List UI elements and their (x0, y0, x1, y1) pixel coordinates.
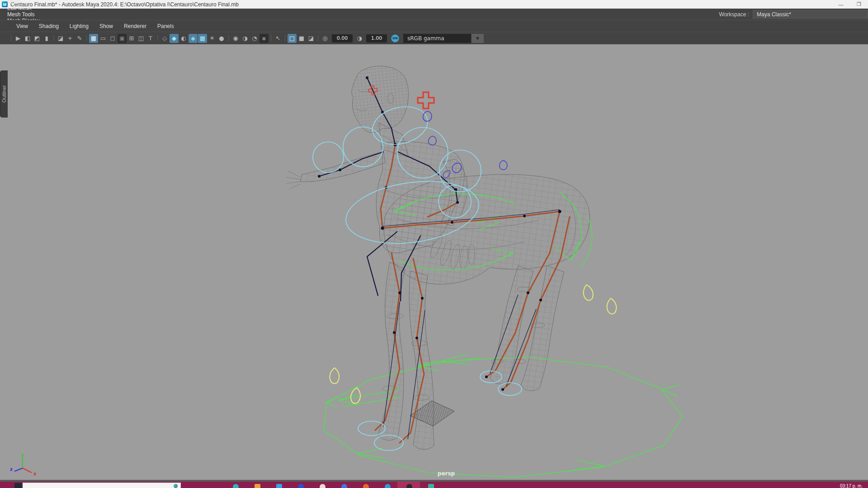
drag-handle-icon[interactable]: ┆ (9, 34, 13, 43)
gate-mask-icon[interactable]: ▣ (118, 34, 127, 43)
use-all-lights-icon[interactable]: ☀ (208, 34, 217, 43)
camera-lock-icon[interactable]: ◧ (23, 34, 32, 43)
isolate-select-icon[interactable]: ▪ (259, 34, 269, 43)
maya-window: M Centauro Final.mb* - Autodesk Maya 202… (0, 0, 868, 488)
axis-y-label: y (21, 452, 24, 457)
taskbar-search-input[interactable] (23, 483, 181, 488)
textured-shaded-icon[interactable]: ▩ (198, 34, 207, 43)
axis-z-label: z (10, 467, 13, 472)
menu-item-mesh[interactable]: Mesh (3, 0, 44, 5)
bookmark-icon[interactable]: ▮ (42, 34, 51, 43)
shaded-mode-icon[interactable]: ◆ (170, 34, 179, 43)
taskbar-app-9[interactable] (406, 484, 412, 488)
separator-icon[interactable]: ┆ (316, 34, 320, 43)
resolution-gate-icon[interactable]: ◻ (108, 34, 117, 43)
wireframe-on-shaded-icon[interactable]: ◈ (189, 34, 198, 43)
wireframe-mode-icon[interactable]: ◇ (160, 34, 169, 43)
color-management-toggle[interactable]: ON (391, 34, 399, 42)
restore-button[interactable]: ❐ (850, 0, 868, 9)
camera-icon[interactable]: ▶ (14, 34, 23, 43)
shadows-icon[interactable]: ◑ (241, 34, 250, 43)
taskbar-app-3[interactable] (276, 484, 282, 488)
view-transform-dropdown-arrow[interactable]: ▼ (472, 34, 484, 43)
menu-item-mesh-tools[interactable]: Mesh Tools (3, 11, 44, 18)
axis-x-label: x (33, 471, 37, 476)
two-sided-lighting-icon[interactable]: ◉ (231, 34, 240, 43)
panel-menu-item-show[interactable]: Show (94, 20, 118, 32)
title-bar: M Centauro Final.mb* - Autodesk Maya 202… (0, 0, 868, 9)
textured-mode-icon[interactable]: ◐ (179, 34, 188, 43)
start-button[interactable] (14, 483, 22, 488)
xray-joints-icon[interactable]: ■ (297, 34, 306, 43)
windows-taskbar: 03:17 p. m. (0, 482, 868, 488)
taskbar-clock[interactable]: 03:17 p. m. (840, 483, 863, 488)
window-title: Centauro Final.mb* - Autodesk Maya 2020.… (10, 1, 239, 8)
exposure-icon[interactable]: ◎ (321, 34, 330, 43)
panel-menu-item-panels[interactable]: Panels (152, 20, 179, 32)
viewport-toolbar: ┆▶◧◩▮┆◪+✎┆▦▭◻▣⊞◫T┆◇◆◐◈▩☀●┆◉◑◔▪┆↖┆□■◪┆◎ 0… (0, 32, 868, 44)
taskbar-app-10[interactable] (428, 484, 434, 488)
separator-icon[interactable]: ┆ (85, 34, 89, 43)
panel-menu-item-renderer[interactable]: Renderer (118, 20, 152, 32)
move-tool-icon[interactable]: + (66, 34, 75, 43)
separator-icon[interactable]: ┆ (156, 34, 160, 43)
grid-toggle-icon[interactable]: ▦ (89, 34, 98, 43)
workspace-selector[interactable]: Maya Classic* (753, 10, 868, 19)
taskbar-app-7[interactable] (363, 484, 369, 488)
film-gate-icon[interactable]: ▭ (99, 34, 108, 43)
perspective-viewport[interactable]: persp y z x Outliner (0, 44, 868, 480)
ambient-occlusion-icon[interactable]: ◔ (250, 34, 259, 43)
image-plane-icon[interactable]: ◪ (56, 34, 65, 43)
separator-icon[interactable]: ┆ (52, 34, 56, 43)
separator-icon[interactable]: ┆ (226, 34, 231, 43)
pencil-icon[interactable]: ✎ (75, 34, 84, 43)
select-object-icon[interactable]: ↖ (274, 34, 283, 43)
minimize-button[interactable]: — (832, 0, 850, 9)
outliner-tab[interactable]: Outliner (0, 70, 8, 117)
viewport-canvas[interactable]: persp y z x (0, 44, 868, 480)
separator-icon[interactable]: ┆ (269, 34, 273, 43)
camera-label: persp (438, 470, 455, 477)
safe-title-icon[interactable]: T (146, 34, 155, 43)
taskbar-app-4[interactable] (298, 484, 304, 488)
search-assistant-icon (174, 484, 178, 488)
safe-action-icon[interactable]: ◫ (137, 34, 146, 43)
gamma-field[interactable]: 1.00 (366, 34, 387, 42)
panel-menu-bar: ViewShadingLightingShowRendererPanels (0, 20, 868, 32)
taskbar-app-6[interactable] (341, 484, 347, 488)
taskbar-app-1[interactable] (233, 484, 239, 488)
workspace-label: Workspace : (719, 11, 749, 18)
panel-menu-item-lighting[interactable]: Lighting (64, 20, 94, 32)
axis-indicator: y z x (10, 452, 37, 476)
menu-item-edit-mesh[interactable]: Edit Mesh (3, 5, 44, 11)
view-transform-combo[interactable]: sRGB gamma (403, 34, 471, 43)
exposure-field[interactable]: 0.00 (332, 34, 353, 42)
taskbar-app-2[interactable] (255, 484, 260, 488)
main-menu-bar: FileEditCreateSelectModifyDisplayWindows… (0, 9, 868, 20)
panel-menu-item-view[interactable]: View (11, 20, 33, 32)
separator-icon[interactable]: ┆ (283, 34, 287, 43)
default-light-icon[interactable]: ● (217, 34, 226, 43)
contrast-icon[interactable]: ◑ (355, 34, 364, 43)
panel-menu-item-shading[interactable]: Shading (33, 20, 64, 32)
field-chart-icon[interactable]: ⊞ (127, 34, 136, 43)
xray-icon[interactable]: □ (288, 34, 297, 43)
yellow-teardrop-controllers[interactable] (330, 284, 617, 404)
xray-active-icon[interactable]: ◪ (307, 34, 316, 43)
centaur-mesh[interactable] (286, 66, 590, 450)
taskbar-app-8[interactable] (385, 484, 391, 488)
camera-attributes-icon[interactable]: ◩ (33, 34, 42, 43)
taskbar-app-5[interactable] (320, 484, 326, 488)
